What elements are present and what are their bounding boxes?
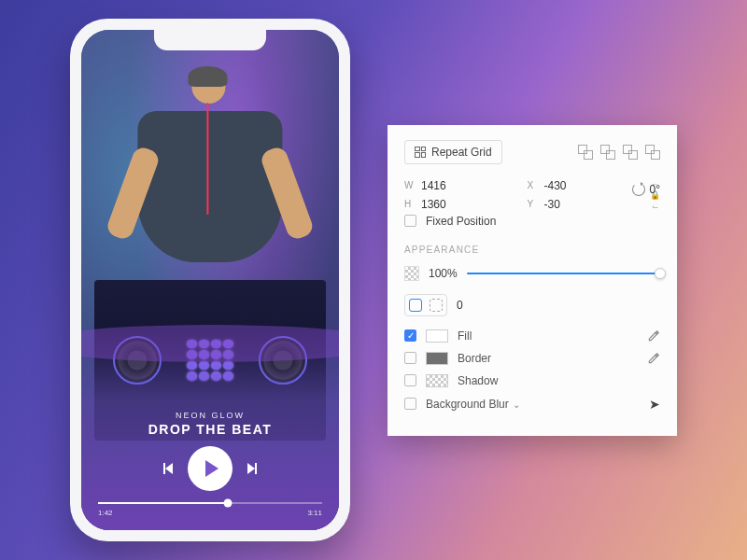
intersect-boolean-icon[interactable]	[623, 145, 638, 160]
phone-screen: NEON GLOW DROP THE BEAT 1:42 3:11	[81, 30, 339, 530]
fill-eyedropper-icon[interactable]	[647, 329, 660, 343]
y-field[interactable]: Y-30	[528, 198, 641, 211]
shadow-color-swatch[interactable]	[426, 374, 448, 387]
opacity-value[interactable]: 100%	[429, 267, 458, 280]
border-checkbox[interactable]	[404, 352, 416, 364]
border-eyedropper-icon[interactable]	[647, 352, 660, 365]
repeat-grid-icon	[415, 147, 426, 158]
cursor-icon: ➤	[649, 397, 660, 412]
repeat-grid-button[interactable]: Repeat Grid	[404, 140, 502, 164]
previous-track-button[interactable]	[163, 463, 173, 474]
exclude-boolean-icon[interactable]	[645, 145, 660, 160]
opacity-slider[interactable]	[467, 273, 660, 274]
x-field[interactable]: X-430	[528, 179, 641, 192]
background-blur-label: Background Blur⌄	[426, 398, 634, 411]
shadow-label: Shadow	[458, 374, 660, 387]
phone-notch	[154, 30, 266, 50]
corner-all-button[interactable]	[409, 299, 422, 312]
fill-label: Fill	[458, 329, 638, 343]
chevron-down-icon[interactable]: ⌄	[513, 399, 520, 410]
fill-color-swatch[interactable]	[426, 329, 448, 343]
corner-separate-button[interactable]	[430, 299, 443, 312]
shadow-checkbox[interactable]	[404, 374, 416, 386]
phone-mockup: NEON GLOW DROP THE BEAT 1:42 3:11	[70, 19, 350, 541]
boolean-ops-group	[578, 145, 660, 160]
time-total: 3:11	[307, 509, 322, 517]
track-artist: NEON GLOW	[176, 411, 245, 420]
rotation-icon	[632, 183, 645, 196]
player-overlay: NEON GLOW DROP THE BEAT 1:42 3:11	[81, 330, 339, 530]
border-color-swatch[interactable]	[426, 352, 448, 365]
track-title: DROP THE BEAT	[148, 422, 273, 437]
appearance-section-label: APPEARANCE	[404, 245, 660, 255]
time-current: 1:42	[98, 509, 113, 517]
play-button[interactable]	[188, 446, 233, 491]
repeat-grid-label: Repeat Grid	[431, 146, 492, 159]
add-boolean-icon[interactable]	[578, 145, 593, 160]
rotation-field[interactable]: 0°	[650, 183, 660, 196]
fill-checkbox[interactable]	[404, 329, 416, 342]
width-field[interactable]: W1416	[404, 179, 518, 192]
progress-slider[interactable]: 1:42 3:11	[98, 502, 322, 517]
opacity-swatch-icon	[404, 266, 419, 281]
next-track-button[interactable]	[247, 463, 257, 474]
background-blur-checkbox[interactable]	[404, 398, 416, 410]
fixed-position-label: Fixed Position	[426, 215, 496, 228]
border-label: Border	[458, 352, 638, 365]
fixed-position-checkbox[interactable]	[404, 215, 416, 227]
play-icon	[205, 460, 218, 477]
corner-radius-field[interactable]: 0	[457, 299, 463, 312]
properties-panel: Repeat Grid W1416 X-430 ⌐🔒⌙ H1360 Y-30 0…	[388, 125, 677, 436]
subtract-boolean-icon[interactable]	[600, 145, 615, 160]
height-field[interactable]: H1360	[404, 198, 518, 211]
